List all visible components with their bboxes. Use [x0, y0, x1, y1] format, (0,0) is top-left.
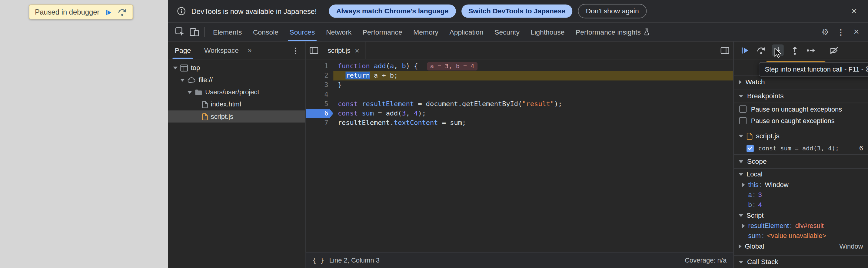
- coverage-status: Coverage: n/a: [685, 257, 726, 264]
- tab-label: Performance insights: [576, 28, 641, 36]
- triangle-icon: [739, 244, 741, 248]
- gutter-line-number[interactable]: 1: [306, 62, 334, 71]
- expand-triangle-icon[interactable]: [741, 182, 746, 187]
- tab-application[interactable]: Application: [444, 23, 489, 41]
- gutter-line-number[interactable]: 3: [306, 80, 334, 90]
- toggle-debugger-sidebar-icon[interactable]: [716, 41, 733, 59]
- navigator-tab-page[interactable]: Page: [168, 41, 197, 59]
- breakpoint-entry[interactable]: const sum = add(3, 4);6: [734, 142, 868, 154]
- breakpoint-checkbox[interactable]: [746, 145, 754, 152]
- settings-icon[interactable]: ⚙: [818, 25, 833, 39]
- checkbox[interactable]: [739, 106, 746, 113]
- tab-network[interactable]: Network: [320, 23, 357, 41]
- devtools-close-icon[interactable]: ×: [849, 25, 864, 39]
- gutter-line-number[interactable]: 7: [306, 118, 334, 128]
- step-icon[interactable]: [805, 44, 817, 56]
- code-line: 5const resultElement = document.getEleme…: [306, 99, 733, 109]
- gutter-line-number[interactable]: 4: [306, 90, 334, 99]
- code-token: a: [390, 62, 394, 70]
- toggle-navigator-icon[interactable]: [306, 41, 322, 59]
- code-line-content: const resultElement = document.getElemen…: [333, 99, 733, 109]
- expander-open-icon[interactable]: [187, 91, 192, 93]
- resume-icon[interactable]: [105, 8, 113, 16]
- code-token: [358, 110, 362, 117]
- section-watch[interactable]: Watch: [734, 76, 868, 89]
- infobar-close-icon[interactable]: ×: [849, 6, 859, 16]
- file-icon: [202, 101, 208, 108]
- code-token: = document.getElementById(: [414, 100, 522, 108]
- expander-open-icon[interactable]: [180, 79, 185, 81]
- deactivate-breakpoints-icon[interactable]: [828, 44, 839, 56]
- device-toolbar-icon[interactable]: [187, 25, 202, 39]
- scope-var-value: Window: [765, 181, 788, 189]
- step-out-icon[interactable]: [788, 44, 800, 56]
- gutter-line-number[interactable]: 5: [306, 99, 334, 109]
- scope-var-resultelement[interactable]: resultElement:div#result: [734, 221, 868, 231]
- more-menu-icon[interactable]: ⋮: [833, 25, 848, 39]
- tab-security[interactable]: Security: [489, 23, 525, 41]
- code-token: a + b;: [370, 71, 398, 80]
- step-over-icon[interactable]: [755, 44, 767, 56]
- tab-close-icon[interactable]: ×: [355, 46, 359, 55]
- scope-var-value: 4: [758, 201, 762, 209]
- tree-item-script-js[interactable]: script.js: [168, 110, 305, 122]
- code-token: );: [418, 110, 426, 117]
- code-line: 4: [306, 90, 733, 99]
- file-tab-label: script.js: [328, 47, 350, 54]
- tab-label: Application: [450, 28, 484, 36]
- frame-icon: [180, 64, 188, 71]
- tab-elements[interactable]: Elements: [208, 23, 248, 41]
- tree-item-label: file://: [198, 76, 212, 84]
- file-tab-scriptjs[interactable]: script.js ×: [322, 41, 366, 59]
- scope-var-this[interactable]: this:Window: [734, 180, 868, 190]
- expander-open-icon[interactable]: [173, 66, 177, 69]
- triangle-down-icon: [187, 91, 192, 93]
- tree-item-index-html[interactable]: index.html: [168, 98, 305, 110]
- section-call-stack[interactable]: Call Stack: [734, 255, 868, 268]
- section-breakpoints[interactable]: Breakpoints: [734, 89, 868, 103]
- infobar-button-switch-devtools-to-japanese[interactable]: Switch DevTools to Japanese: [461, 4, 572, 18]
- navigator-tab-workspace[interactable]: Workspace: [197, 41, 245, 59]
- navigator-more-icon[interactable]: ⋮: [286, 46, 305, 55]
- tab-console[interactable]: Console: [248, 23, 284, 41]
- gutter-line-number[interactable]: 2: [306, 71, 334, 80]
- tab-memory[interactable]: Memory: [408, 23, 444, 41]
- expand-triangle-icon[interactable]: [741, 224, 746, 228]
- code-token: const: [338, 100, 358, 108]
- section-scope[interactable]: Scope: [734, 154, 868, 169]
- tree-item-top[interactable]: top: [168, 62, 305, 74]
- more-tabs-icon[interactable]: »: [245, 46, 254, 54]
- scope-group-local[interactable]: Local: [734, 169, 868, 180]
- tab-sources[interactable]: Sources: [284, 23, 320, 41]
- devtools-window: DevTools is now available in Japanese! A…: [168, 0, 868, 268]
- tree-item-file-[interactable]: file://: [168, 74, 305, 86]
- scope-colon: :: [753, 191, 755, 199]
- tab-label: Network: [326, 28, 351, 36]
- scope-var-value: 3: [758, 191, 762, 199]
- pretty-print-icon[interactable]: { }: [312, 257, 324, 264]
- breakpoint-groups: script.jsconst sum = add(3, 4);6: [734, 130, 868, 154]
- code-token: "result": [522, 100, 554, 108]
- breakpoints-section-label: Breakpoints: [747, 92, 784, 100]
- tree-item-label: Users/user/project: [205, 88, 259, 96]
- step-over-icon[interactable]: [118, 7, 127, 17]
- dont-show-again-button[interactable]: Don't show again: [578, 4, 647, 19]
- tab-performance[interactable]: Performance: [357, 23, 408, 41]
- tab-lighthouse[interactable]: Lighthouse: [525, 23, 570, 41]
- scope-group-global[interactable]: GlobalWindow: [734, 241, 868, 252]
- toolbar-divider: [204, 27, 205, 37]
- scope-var-name: resultElement: [748, 222, 789, 230]
- code-token: resultElement.: [338, 119, 394, 127]
- resume-icon[interactable]: [739, 44, 750, 56]
- checkbox[interactable]: [739, 117, 746, 124]
- breakpoint-group-scriptjs[interactable]: script.js: [734, 130, 868, 142]
- tree-item-users-user-project[interactable]: Users/user/project: [168, 86, 305, 98]
- infobar-button-always-match-chrome-s-language[interactable]: Always match Chrome's language: [329, 4, 456, 18]
- tab-performance-insights[interactable]: Performance insights: [570, 23, 656, 41]
- scope-var-value: <value unavailable>: [767, 232, 826, 240]
- inspect-icon[interactable]: [173, 25, 187, 39]
- scope-group-script[interactable]: Script: [734, 210, 868, 221]
- code-token: textContent: [394, 119, 438, 127]
- breakpoint-marker[interactable]: 6: [306, 109, 334, 118]
- js-file-icon: [746, 132, 752, 140]
